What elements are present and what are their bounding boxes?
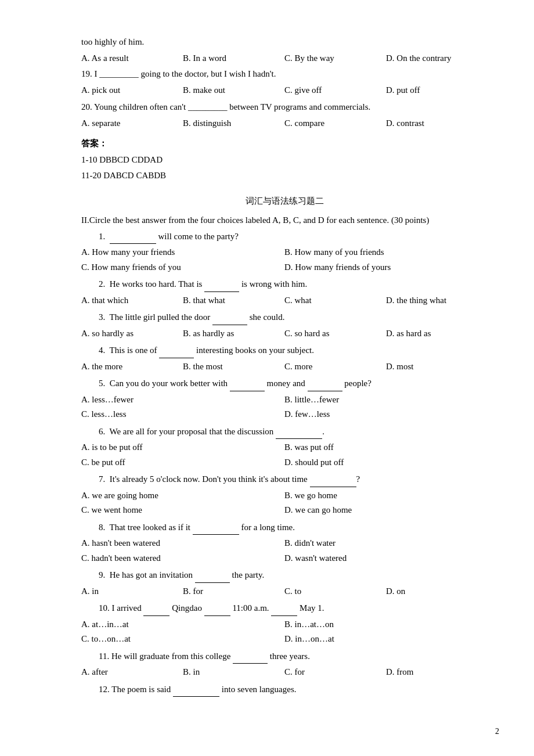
q20-option-a: A. separate (81, 116, 183, 131)
q5-option-c: C. less…less (81, 407, 284, 422)
q3-text: 3. The little girl pulled the door she c… (81, 310, 488, 325)
q4-options: A. the more B. the most C. more D. most (81, 359, 488, 375)
question-3: 3. The little girl pulled the door she c… (81, 310, 488, 341)
q2-option-c: C. what (284, 293, 386, 308)
q8-option-a: A. hasn't been watered (81, 536, 284, 551)
answers-1-10: 1-10 DBBCD CDDAD (81, 153, 488, 168)
q9-options: A. in B. for C. to D. on (81, 584, 488, 599)
section2-title: 词汇与语法练习题二 (81, 194, 488, 209)
question-5: 5. Can you do your work better with mone… (81, 376, 488, 422)
q9-option-c: C. to (284, 584, 386, 599)
q8-option-d: D. wasn't watered (284, 551, 488, 566)
q11-option-c: C. for (284, 665, 386, 680)
q8-option-b: B. didn't water (284, 536, 488, 551)
answers-11-20: 11-20 DABCD CABDB (81, 168, 488, 183)
q1-option-a: A. How many your friends (81, 245, 284, 260)
q4-text: 4. This is one of interesting books on y… (81, 343, 488, 358)
q7-option-d: D. we can go home (284, 503, 488, 518)
q7-options: A. we are going home B. we go home C. we… (81, 488, 488, 518)
q1-option-c: C. How many friends of you (81, 260, 284, 275)
q20-option-b: B. distinguish (183, 116, 284, 131)
question-4: 4. This is one of interesting books on y… (81, 343, 488, 374)
q2-option-a: A. that which (81, 293, 183, 308)
section2-instruction: II.Circle the best answer from the four … (81, 213, 488, 228)
q7-option-a: A. we are going home (81, 488, 284, 503)
question-7: 7. It's already 5 o'clock now. Don't you… (81, 472, 488, 518)
question-9: 9. He has got an invitation the party. A… (81, 568, 488, 599)
q19-option-c: C. give off (284, 83, 386, 98)
q1-options: A. How many your friends B. How many of … (81, 245, 488, 275)
q4-option-b: B. the most (183, 359, 284, 375)
q7-option-b: B. we go home (284, 488, 488, 503)
question-10: 10. I arrived Qingdao 11:00 a.m. May 1. … (81, 601, 488, 647)
q5-options: A. less…fewer B. little…fewer C. less…le… (81, 393, 488, 422)
q8-option-c: C. hadn't been watered (81, 551, 284, 566)
answer-label: 答案： (81, 136, 488, 152)
q3-option-c: C. so hard as (284, 326, 386, 341)
q11-option-b: B. in (183, 665, 284, 680)
q5-option-b: B. little…fewer (284, 393, 488, 408)
question-12: 12. The poem is said into seven language… (81, 682, 488, 697)
q6-options: A. is to be put off B. was put off C. be… (81, 440, 488, 470)
q10-option-c: C. to…on…at (81, 632, 284, 647)
q19-block: 19. I _________ going to the doctor, but… (81, 67, 488, 98)
q9-option-d: D. on (386, 584, 488, 599)
q10-options: A. at…in…at B. in…at…on C. to…on…at D. i… (81, 617, 488, 647)
q11-text: 11. He will graduate from this college t… (81, 649, 488, 664)
q10-option-d: D. in…on…at (284, 632, 488, 647)
answer-section: 答案： 1-10 DBBCD CDDAD 11-20 DABCD CABDB (81, 136, 488, 183)
q18-option-c: C. By the way (284, 51, 386, 66)
q4-option-a: A. the more (81, 359, 183, 375)
q6-text: 6. We are all for your proposal that the… (81, 424, 488, 440)
q10-text: 10. I arrived Qingdao 11:00 a.m. May 1. (81, 601, 488, 616)
q7-option-c: C. we went home (81, 503, 284, 518)
q6-option-a: A. is to be put off (81, 440, 284, 455)
q20-block: 20. Young children often can't _________… (81, 100, 488, 131)
q3-options: A. so hardly as B. as hardly as C. so ha… (81, 326, 488, 341)
question-2: 2. He works too hard. That is is wrong w… (81, 277, 488, 308)
q2-option-d: D. the thing what (386, 293, 488, 308)
q11-options: A. after B. in C. for D. from (81, 665, 488, 680)
q19-options: A. pick out B. make out C. give off D. p… (81, 83, 488, 98)
q18-option-d: D. On the contrary (386, 51, 488, 66)
q11-option-d: D. from (386, 665, 488, 680)
q19-option-b: B. make out (183, 83, 284, 98)
q12-text: 12. The poem is said into seven language… (81, 682, 488, 697)
q11-option-a: A. after (81, 665, 183, 680)
question-6: 6. We are all for your proposal that the… (81, 424, 488, 470)
continuation-text: too highly of him. (81, 35, 488, 50)
q10-option-b: B. in…at…on (284, 617, 488, 632)
q6-option-b: B. was put off (284, 440, 488, 455)
q3-option-b: B. as hardly as (183, 326, 284, 341)
q7-text: 7. It's already 5 o'clock now. Don't you… (81, 472, 488, 487)
q18-option-a: A. As a result (81, 51, 183, 66)
q2-option-b: B. that what (183, 293, 284, 308)
q19-text: 19. I _________ going to the doctor, but… (81, 67, 488, 82)
q8-text: 8. That tree looked as if it for a long … (81, 520, 488, 535)
page-content: too highly of him. A. As a result B. In … (81, 35, 488, 697)
question-8: 8. That tree looked as if it for a long … (81, 520, 488, 566)
q4-option-c: C. more (284, 359, 386, 375)
q3-option-d: D. as hard as (386, 326, 488, 341)
q20-text: 20. Young children often can't _________… (81, 100, 488, 115)
q1-option-b: B. How many of you friends (284, 245, 488, 260)
q20-options: A. separate B. distinguish C. compare D.… (81, 116, 488, 131)
q5-option-d: D. few…less (284, 407, 488, 422)
q18-option-b: B. In a word (183, 51, 284, 66)
q2-text: 2. He works too hard. That is is wrong w… (81, 277, 488, 292)
q20-option-d: D. contrast (386, 116, 488, 131)
q3-option-a: A. so hardly as (81, 326, 183, 341)
q1-option-d: D. How many friends of yours (284, 260, 488, 275)
q9-text: 9. He has got an invitation the party. (81, 568, 488, 583)
q9-option-a: A. in (81, 584, 183, 599)
question-1: 1. will come to the party? A. How many y… (81, 229, 488, 275)
q6-option-c: C. be put off (81, 455, 284, 470)
page-number: 2 (495, 725, 499, 739)
question-11: 11. He will graduate from this college t… (81, 649, 488, 680)
q5-option-a: A. less…fewer (81, 393, 284, 408)
q19-option-d: D. put off (386, 83, 488, 98)
q19-option-a: A. pick out (81, 83, 183, 98)
q5-text: 5. Can you do your work better with mone… (81, 376, 488, 391)
q8-options: A. hasn't been watered B. didn't water C… (81, 536, 488, 566)
q9-option-b: B. for (183, 584, 284, 599)
